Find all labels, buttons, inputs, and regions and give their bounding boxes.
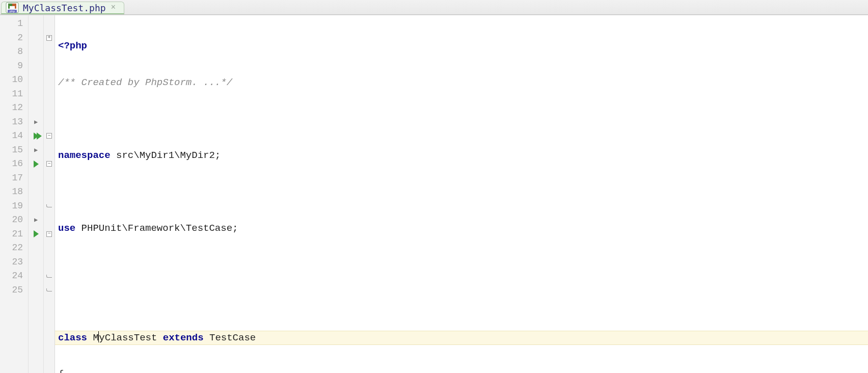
line-number: 12 <box>0 101 28 115</box>
line-number: 15 <box>0 143 28 157</box>
line-number: 25 <box>0 283 28 298</box>
php-file-icon: php <box>6 2 19 13</box>
line-number: 16 <box>0 157 28 171</box>
line-number: 1 <box>0 17 28 31</box>
code-line <box>55 112 868 126</box>
run-test-icon[interactable] <box>34 230 39 237</box>
code-line <box>55 258 868 272</box>
collapse-triangle-icon[interactable]: ▶ <box>34 118 38 126</box>
svg-text:php: php <box>10 10 15 13</box>
code-line <box>55 185 868 199</box>
line-number-gutter: 1 2 8 9 10 11 12 13 14 15 16 17 18 19 20… <box>0 15 29 373</box>
close-icon[interactable]: × <box>110 3 117 12</box>
code-line-current: class MyClassTest extends TestCase <box>55 331 868 345</box>
line-number: 9 <box>0 59 28 73</box>
line-number: 23 <box>0 255 28 270</box>
run-test-icon[interactable] <box>34 161 39 168</box>
code-line: { <box>55 367 868 374</box>
line-number: 11 <box>0 87 28 101</box>
ide-window: php MyClassTest.php × 1 2 8 9 10 11 12 1… <box>0 0 868 373</box>
line-number: 2 <box>0 31 28 45</box>
gutter-folding: + − − − <box>44 15 55 373</box>
collapse-triangle-icon[interactable]: ▶ <box>34 216 38 224</box>
editor-tab-myclasstest[interactable]: php MyClassTest.php × <box>1 2 124 14</box>
fold-end-icon <box>46 288 52 291</box>
gutter-run-markers: ▶ ▶ ▶ <box>29 15 44 373</box>
fold-collapse-icon[interactable]: − <box>46 161 52 167</box>
fold-end-icon <box>46 275 52 278</box>
fold-expand-icon[interactable]: + <box>46 35 52 41</box>
fold-collapse-icon[interactable]: − <box>46 231 52 237</box>
line-number: 21 <box>0 227 28 242</box>
code-line: /** Created by PhpStorm. ...*/ <box>55 76 868 90</box>
line-number: 17 <box>0 171 28 185</box>
editor-tab-bar: php MyClassTest.php × <box>0 0 868 15</box>
code-line: use PHPUnit\Framework\TestCase; <box>55 222 868 236</box>
code-area[interactable]: <?php /** Created by PhpStorm. ...*/ nam… <box>55 15 868 373</box>
code-line: <?php <box>55 39 868 54</box>
fold-end-icon <box>46 204 52 207</box>
fold-collapse-icon[interactable]: − <box>46 133 52 139</box>
line-number: 14 <box>0 129 28 143</box>
run-class-icon[interactable] <box>34 132 39 140</box>
line-number: 18 <box>0 185 28 199</box>
code-line: namespace src\MyDir1\MyDir2; <box>55 149 868 163</box>
line-number: 10 <box>0 73 28 87</box>
editor-tab-label: MyClassTest.php <box>23 3 106 13</box>
line-number: 22 <box>0 241 28 255</box>
code-editor[interactable]: 1 2 8 9 10 11 12 13 14 15 16 17 18 19 20… <box>0 15 868 373</box>
line-number: 20 <box>0 213 28 227</box>
code-line <box>55 295 868 309</box>
line-number: 19 <box>0 199 28 214</box>
line-number: 24 <box>0 269 28 283</box>
collapse-triangle-icon[interactable]: ▶ <box>34 146 38 154</box>
line-number: 8 <box>0 45 28 59</box>
line-number: 13 <box>0 115 28 129</box>
